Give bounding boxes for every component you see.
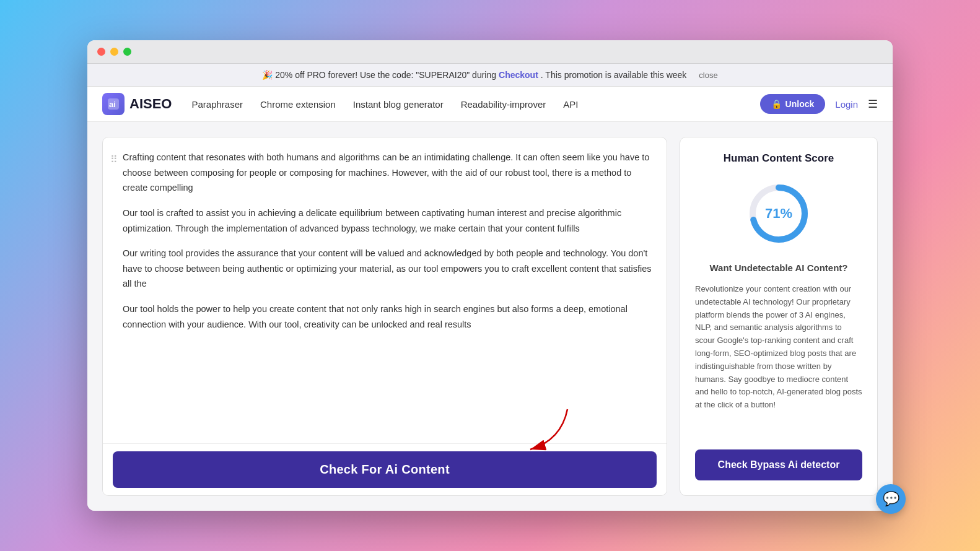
paragraph-2: Our tool is crafted to assist you in ach…	[123, 206, 654, 236]
chat-bubble-button[interactable]: 💬	[876, 484, 906, 514]
text-content-area[interactable]: ⠿ Crafting content that resonates with b…	[103, 137, 667, 443]
navbar: ai AISEO Paraphraser Chrome extension In…	[87, 87, 893, 122]
login-link[interactable]: Login	[835, 99, 858, 110]
nav-paraphraser[interactable]: Paraphraser	[191, 99, 243, 110]
paragraph-3: Our writing tool provides the assurance …	[123, 246, 654, 292]
paragraph-1: Crafting content that resonates with bot…	[123, 150, 654, 196]
side-panel: Human Content Score 71% Want Undetectabl…	[680, 137, 878, 496]
text-panel: ⠿ Crafting content that resonates with b…	[102, 137, 667, 496]
maximize-dot[interactable]	[123, 48, 131, 56]
check-ai-content-button[interactable]: Check For Ai Content	[113, 451, 657, 488]
nav-readability[interactable]: Readability-improver	[461, 99, 546, 110]
paragraph-4: Our tool holds the power to help you cre…	[123, 302, 654, 332]
svg-text:ai: ai	[109, 100, 116, 109]
main-content: ⠿ Crafting content that resonates with b…	[87, 122, 893, 511]
minimize-dot[interactable]	[110, 48, 118, 56]
score-title: Human Content Score	[695, 152, 862, 165]
nav-blog-generator[interactable]: Instant blog generator	[353, 99, 444, 110]
side-description: Revolutionize your content creation with…	[695, 283, 862, 412]
title-bar	[87, 40, 893, 64]
logo-icon: ai	[102, 93, 125, 115]
nav-links: Paraphraser Chrome extension Instant blo…	[191, 99, 759, 110]
checkout-link[interactable]: Checkout	[499, 70, 538, 80]
check-bypass-button[interactable]: Check Bypass Ai detector	[695, 449, 862, 480]
logo-area: ai AISEO	[102, 93, 172, 115]
nav-api[interactable]: API	[563, 99, 578, 110]
promo-close-button[interactable]: close	[699, 71, 717, 80]
logo-text: AISEO	[129, 96, 172, 112]
donut-chart: 71%	[695, 180, 862, 248]
lock-icon: 🔒	[771, 99, 782, 109]
want-undetectable-title: Want Undetectable AI Content?	[695, 262, 862, 273]
promo-bar: 🎉 20% off PRO forever! Use the code: "SU…	[87, 64, 893, 87]
nav-right: 🔒 Unlock Login ☰	[760, 94, 878, 114]
nav-chrome-extension[interactable]: Chrome extension	[260, 99, 336, 110]
drag-handle-icon: ⠿	[110, 151, 118, 168]
promo-text: 20% off PRO forever! Use the code: "SUPE…	[275, 70, 496, 80]
promo-suffix: . This promotion is available this week	[541, 70, 687, 80]
menu-icon[interactable]: ☰	[868, 97, 878, 111]
check-btn-container: Check For Ai Content	[103, 443, 667, 495]
score-value: 71%	[765, 206, 792, 222]
promo-emoji: 🎉	[262, 70, 273, 80]
unlock-button[interactable]: 🔒 Unlock	[760, 94, 826, 114]
close-dot[interactable]	[97, 48, 105, 56]
